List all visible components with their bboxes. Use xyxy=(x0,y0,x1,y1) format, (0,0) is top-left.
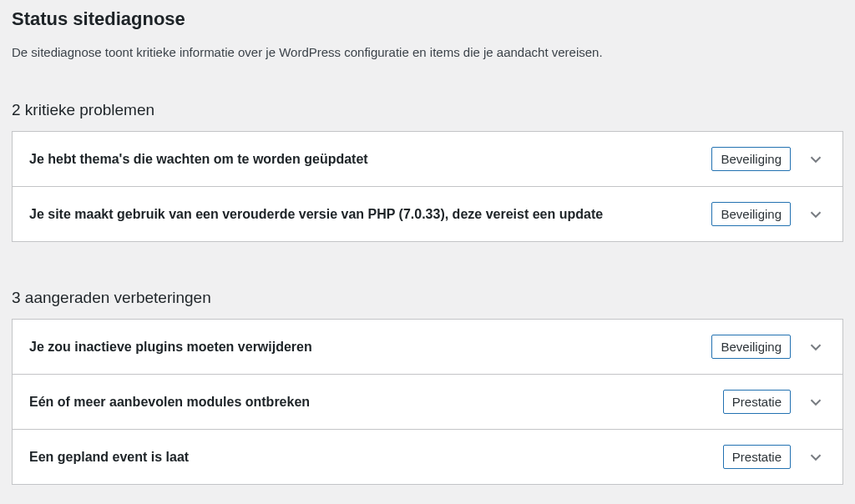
issue-title: Een gepland event is laat xyxy=(29,450,723,465)
issue-right: Beveiliging xyxy=(711,202,826,226)
issue-row[interactable]: Eén of meer aanbevolen modules ontbreken… xyxy=(13,374,842,429)
critical-issues-list: Je hebt thema's die wachten om te worden… xyxy=(12,131,843,242)
badge-performance: Prestatie xyxy=(723,445,791,469)
badge-security: Beveiliging xyxy=(711,147,791,171)
page-title: Status sitediagnose xyxy=(12,8,843,30)
issue-title: Eén of meer aanbevolen modules ontbreken xyxy=(29,395,723,410)
chevron-down-icon xyxy=(806,204,826,224)
issue-title: Je hebt thema's die wachten om te worden… xyxy=(29,152,711,167)
issue-row[interactable]: Je site maakt gebruik van een verouderde… xyxy=(13,186,842,241)
issue-title: Je zou inactieve plugins moeten verwijde… xyxy=(29,340,711,355)
issue-row[interactable]: Je zou inactieve plugins moeten verwijde… xyxy=(13,319,842,374)
issue-right: Prestatie xyxy=(723,390,826,414)
badge-performance: Prestatie xyxy=(723,390,791,414)
issue-row[interactable]: Een gepland event is laat Prestatie xyxy=(13,429,842,484)
recommended-improvements-heading: 3 aangeraden verbeteringen xyxy=(12,289,843,307)
issue-right: Prestatie xyxy=(723,445,826,469)
chevron-down-icon xyxy=(806,149,826,169)
badge-security: Beveiliging xyxy=(711,202,791,226)
badge-security: Beveiliging xyxy=(711,335,791,359)
issue-right: Beveiliging xyxy=(711,335,826,359)
chevron-down-icon xyxy=(806,392,826,412)
issue-title: Je site maakt gebruik van een verouderde… xyxy=(29,207,711,222)
critical-issues-heading: 2 kritieke problemen xyxy=(12,101,843,119)
chevron-down-icon xyxy=(806,337,826,357)
issue-right: Beveiliging xyxy=(711,147,826,171)
issue-row[interactable]: Je hebt thema's die wachten om te worden… xyxy=(13,131,842,186)
recommended-improvements-list: Je zou inactieve plugins moeten verwijde… xyxy=(12,319,843,485)
chevron-down-icon xyxy=(806,447,826,467)
page-description: De sitediagnose toont kritieke informati… xyxy=(12,45,843,59)
